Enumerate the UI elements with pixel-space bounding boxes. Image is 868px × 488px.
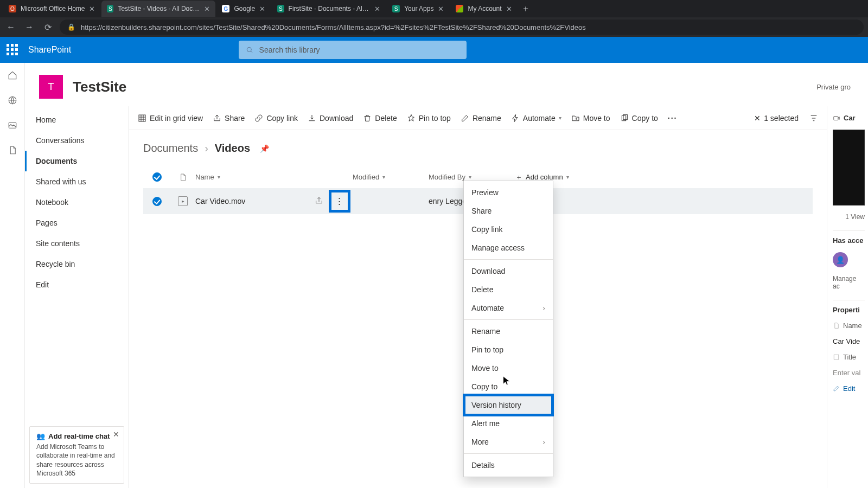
- ctx-manage-access[interactable]: Manage access: [464, 239, 553, 257]
- rename-icon: [461, 114, 469, 123]
- separator: [464, 319, 553, 320]
- ctx-share[interactable]: Share: [464, 202, 553, 220]
- svg-point-0: [247, 47, 251, 52]
- nav-recycle-bin[interactable]: Recycle bin: [25, 254, 129, 274]
- file-type-icon: [178, 173, 187, 182]
- ctx-rename[interactable]: Rename: [464, 322, 553, 341]
- link-icon: [254, 114, 263, 123]
- close-icon[interactable]: ✕: [89, 5, 95, 13]
- cmd-copy-to[interactable]: Copy to: [620, 114, 658, 123]
- back-button[interactable]: ←: [4, 22, 17, 32]
- clear-selection[interactable]: ✕ 1 selected: [754, 114, 799, 123]
- home-icon[interactable]: [8, 70, 17, 80]
- video-thumbnail[interactable]: [833, 130, 865, 206]
- nav-shared-with-us[interactable]: Shared with us: [25, 171, 129, 192]
- svg-rect-6: [623, 114, 627, 119]
- sharepoint-brand[interactable]: SharePoint: [28, 45, 71, 55]
- search-icon: [245, 46, 254, 54]
- app-launcher-icon[interactable]: [7, 44, 18, 56]
- row-more-button[interactable]: ⋮: [331, 192, 348, 210]
- row-checkbox[interactable]: [152, 197, 162, 206]
- forward-button[interactable]: →: [23, 22, 36, 32]
- tab-testsite-videos[interactable]: S TestSite - Videos - All Documents ✕: [101, 1, 215, 17]
- ctx-more[interactable]: More: [464, 433, 553, 451]
- cmd-share[interactable]: Share: [213, 114, 245, 123]
- globe-icon[interactable]: [8, 95, 17, 105]
- nav-conversations[interactable]: Conversations: [25, 130, 129, 151]
- select-all-checkbox[interactable]: [152, 172, 162, 182]
- ctx-copy-link[interactable]: Copy link: [464, 220, 553, 239]
- col-name[interactable]: Name▾: [195, 173, 353, 181]
- col-modified[interactable]: Modified▾: [353, 173, 429, 181]
- search-box[interactable]: [239, 41, 467, 59]
- lock-icon: 🔒: [67, 23, 75, 31]
- crumb-documents[interactable]: Documents: [143, 142, 198, 155]
- close-icon[interactable]: ✕: [506, 5, 512, 13]
- close-icon[interactable]: ✕: [438, 5, 444, 13]
- ctx-automate[interactable]: Automate: [464, 299, 553, 317]
- sharepoint-icon: S: [392, 5, 400, 12]
- ctx-move-to[interactable]: Move to: [464, 359, 553, 377]
- close-icon[interactable]: ✕: [374, 5, 380, 13]
- tab-office-home[interactable]: O Microsoft Office Home ✕: [3, 1, 100, 17]
- new-tab-button[interactable]: ＋: [519, 2, 533, 16]
- video-file-icon: [178, 196, 188, 206]
- cmd-automate[interactable]: Automate ▾: [511, 114, 561, 123]
- search-input[interactable]: [259, 46, 460, 54]
- filter-icon[interactable]: [809, 114, 818, 123]
- nav-documents[interactable]: Documents: [25, 151, 129, 171]
- close-icon[interactable]: ✕: [204, 5, 210, 13]
- nav-notebook[interactable]: Notebook: [25, 192, 129, 213]
- col-modified-by[interactable]: Modified By▾: [429, 173, 515, 181]
- view-count: 1 View: [833, 213, 865, 221]
- nav-home[interactable]: Home: [25, 110, 129, 130]
- nav-pages[interactable]: Pages: [25, 213, 129, 233]
- tab-google[interactable]: G Google ✕: [216, 1, 271, 17]
- image-icon[interactable]: [8, 120, 17, 130]
- office-icon: O: [9, 5, 16, 12]
- cmd-pin-to-top[interactable]: Pin to top: [407, 114, 451, 123]
- download-icon: [308, 114, 316, 123]
- nav-site-contents[interactable]: Site contents: [25, 233, 129, 254]
- ctx-copy-to[interactable]: Copy to: [464, 377, 553, 396]
- ctx-pin-to-top[interactable]: Pin to top: [464, 341, 553, 359]
- cmd-overflow[interactable]: ···: [668, 114, 678, 123]
- close-icon[interactable]: ✕: [259, 5, 265, 13]
- tab-my-account[interactable]: My Account ✕: [450, 1, 517, 17]
- reload-button[interactable]: ⟳: [41, 22, 54, 33]
- cmd-edit-grid[interactable]: Edit in grid view: [138, 114, 203, 123]
- nav-edit[interactable]: Edit: [25, 274, 129, 295]
- ctx-preview[interactable]: Preview: [464, 183, 553, 202]
- url-bar[interactable]: 🔒 https://citizenbuilders.sharepoint.com…: [60, 20, 864, 35]
- cmd-copy-link[interactable]: Copy link: [254, 114, 298, 123]
- ctx-version-history[interactable]: Version history: [464, 396, 553, 414]
- file-name[interactable]: Car Video.mov: [195, 197, 245, 206]
- file-icon[interactable]: [8, 145, 17, 155]
- sharepoint-icon: S: [277, 5, 284, 12]
- manage-access-link[interactable]: Manage ac: [833, 275, 865, 290]
- separator: [464, 453, 553, 454]
- avatar[interactable]: 👤: [833, 252, 848, 267]
- tab-your-apps[interactable]: S Your Apps ✕: [387, 1, 449, 17]
- ctx-alert-me[interactable]: Alert me: [464, 414, 553, 433]
- tab-firstsite[interactable]: S FirstSite - Documents - All Docu ✕: [272, 1, 386, 17]
- edit-all-link[interactable]: Edit: [833, 384, 865, 393]
- cmd-move-to[interactable]: Move to: [571, 114, 610, 123]
- title-input[interactable]: Enter val: [833, 369, 865, 377]
- separator: [464, 259, 553, 260]
- ctx-details[interactable]: Details: [464, 456, 553, 474]
- close-icon[interactable]: ✕: [113, 430, 119, 439]
- share-inline-button[interactable]: [315, 196, 323, 207]
- ctx-download[interactable]: Download: [464, 262, 553, 280]
- site-logo[interactable]: T: [39, 75, 63, 99]
- context-menu: Preview Share Copy link Manage access Do…: [463, 181, 553, 477]
- cmd-download[interactable]: Download: [308, 114, 353, 123]
- cmd-rename[interactable]: Rename: [461, 114, 501, 123]
- site-title[interactable]: TestSite: [73, 79, 126, 95]
- ctx-delete[interactable]: Delete: [464, 280, 553, 299]
- cmd-delete[interactable]: Delete: [363, 114, 397, 123]
- tab-title: My Account: [468, 5, 501, 12]
- properties-heading: Properti: [833, 300, 865, 314]
- video-icon: [833, 114, 840, 122]
- pin-icon[interactable]: 📌: [260, 144, 269, 153]
